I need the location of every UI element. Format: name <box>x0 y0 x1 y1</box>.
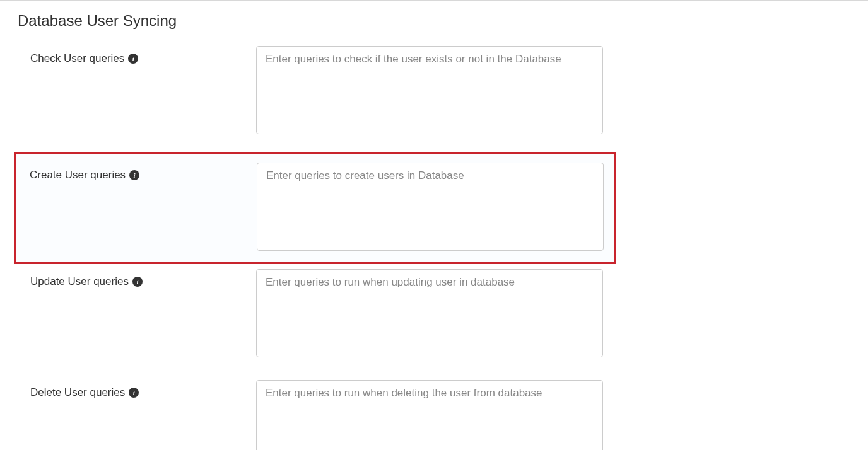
info-icon[interactable]: i <box>129 170 139 180</box>
create-user-queries-input[interactable] <box>257 163 604 251</box>
check-user-queries-input[interactable] <box>256 46 603 134</box>
create-user-row: Create User queries i <box>14 152 616 264</box>
delete-user-label-col: Delete User queries i <box>0 380 256 399</box>
check-user-input-col <box>256 46 603 137</box>
info-icon[interactable]: i <box>132 277 143 287</box>
info-icon[interactable]: i <box>129 388 139 398</box>
top-divider <box>0 0 868 1</box>
delete-user-row: Delete User queries i <box>0 375 868 450</box>
update-user-input-col <box>256 269 603 360</box>
check-user-label: Check User queries <box>30 52 124 65</box>
check-user-label-col: Check User queries i <box>0 46 256 65</box>
create-user-label-col: Create User queries i <box>16 163 257 182</box>
update-user-row: Update User queries i <box>0 264 868 375</box>
info-icon[interactable]: i <box>128 54 138 64</box>
create-user-label: Create User queries <box>30 169 126 182</box>
delete-user-input-col <box>256 380 603 450</box>
section-title: Database User Syncing <box>18 12 868 30</box>
update-user-label: Update User queries <box>30 275 129 288</box>
delete-user-queries-input[interactable] <box>256 380 603 450</box>
create-user-input-col <box>257 163 604 253</box>
update-user-queries-input[interactable] <box>256 269 603 357</box>
update-user-label-col: Update User queries i <box>0 269 256 288</box>
check-user-row: Check User queries i <box>0 41 868 152</box>
delete-user-label: Delete User queries <box>30 386 125 399</box>
